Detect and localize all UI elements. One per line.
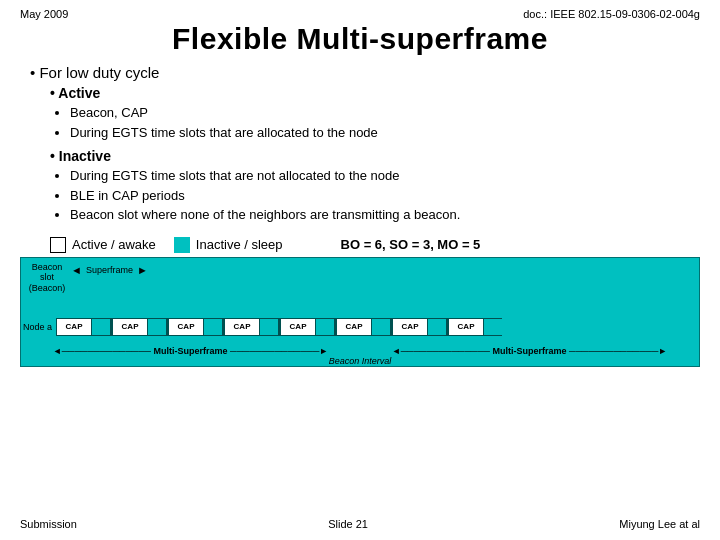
legend-inactive-box — [174, 237, 190, 253]
cap-block-2: CAP — [112, 318, 148, 336]
cap-block-4: CAP — [224, 318, 260, 336]
gap-block-8 — [484, 318, 502, 336]
gap-block-2 — [148, 318, 166, 336]
legend-active: Active / awake — [50, 237, 156, 253]
node-label: Node a — [23, 322, 52, 332]
cap-block-8: CAP — [448, 318, 484, 336]
gap-block-3 — [204, 318, 222, 336]
beacon-interval-label: Beacon Interval — [329, 356, 392, 366]
cap-block-7: CAP — [392, 318, 428, 336]
footer-right: Miyung Lee at al — [619, 518, 700, 530]
cap-block-5: CAP — [280, 318, 316, 336]
inactive-item-2: BLE in CAP periods — [70, 186, 700, 206]
inactive-label: • Inactive — [50, 148, 700, 164]
inactive-items: During EGTS time slots that are not allo… — [70, 166, 700, 225]
active-item-1: Beacon, CAP — [70, 103, 700, 123]
gap-block-6 — [372, 318, 390, 336]
node-row: Node a CAP CAP CAP CAP — [21, 316, 699, 338]
legend-inactive: Inactive / sleep — [174, 237, 283, 253]
beacon-slot-label: Beacon slot(Beacon) — [25, 262, 69, 294]
legend-row: Active / awake Inactive / sleep BO = 6, … — [50, 237, 700, 253]
arrow-row: ◄────────────── Multi-Superframe ───────… — [21, 346, 699, 356]
footer: Submission Slide 21 Miyung Lee at al — [20, 518, 700, 530]
main-title: Flexible Multi-superframe — [20, 22, 700, 56]
diagram-area: Beacon slot(Beacon) ◄ Superframe ► Node … — [20, 257, 700, 367]
cap-block-1: CAP — [56, 318, 92, 336]
legend-active-label: Active / awake — [72, 237, 156, 252]
header-right: doc.: IEEE 802.15-09-0306-02-004g — [523, 8, 700, 20]
inactive-item-1: During EGTS time slots that are not allo… — [70, 166, 700, 186]
inactive-item-3: Beacon slot where none of the neighbors … — [70, 205, 700, 225]
footer-center: Slide 21 — [328, 518, 368, 530]
bo-label-inline: BO = 6, SO = 3, MO = 5 — [341, 237, 481, 252]
active-label: • Active — [50, 85, 700, 101]
multi-sf-label-2: ◄────────────── Multi-Superframe ───────… — [392, 346, 667, 356]
legend-inactive-label: Inactive / sleep — [196, 237, 283, 252]
multi-sf-label-1: ◄────────────── Multi-Superframe ───────… — [53, 346, 328, 356]
gap-block-5 — [316, 318, 334, 336]
gap-block-7 — [428, 318, 446, 336]
cap-block-3: CAP — [168, 318, 204, 336]
gap-block-1 — [92, 318, 110, 336]
gap-block-4 — [260, 318, 278, 336]
footer-left: Submission — [20, 518, 77, 530]
legend-active-box — [50, 237, 66, 253]
top-bullet: • For low duty cycle — [30, 64, 700, 81]
header-left: May 2009 — [20, 8, 68, 20]
active-item-2: During EGTS time slots that are allocate… — [70, 123, 700, 143]
superframe-label: ◄ Superframe ► — [71, 264, 148, 276]
cap-block-6: CAP — [336, 318, 372, 336]
active-items: Beacon, CAP During EGTS time slots that … — [70, 103, 700, 142]
